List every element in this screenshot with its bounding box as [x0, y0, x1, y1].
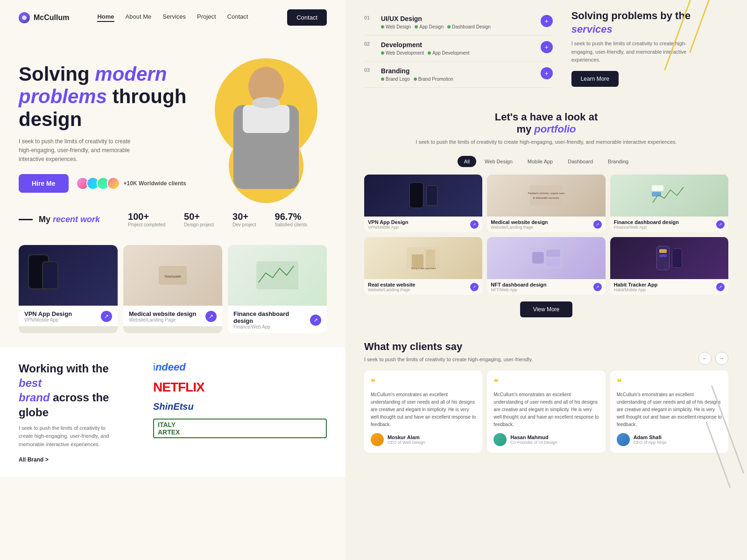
- test-author-name-3: Adam Shafi: [634, 434, 667, 440]
- port-card-arrow-finance[interactable]: ↗: [310, 315, 321, 326]
- grid-card-text-nft: NFT dashboard design NFT/Web App: [491, 282, 546, 292]
- nav-contact[interactable]: Contact: [227, 13, 248, 22]
- service-name-branding: Branding: [381, 67, 533, 75]
- portfolio-grid: VPN App Design VPN/Mobile App ↗ Pediatri…: [364, 175, 728, 295]
- stat-design-num: 50+: [184, 211, 214, 222]
- grid-card-text-medical: Medical website design Website/Landing P…: [491, 219, 548, 230]
- tab-dashboard[interactable]: Dashboard: [561, 156, 599, 167]
- service-num-2: 02: [364, 41, 374, 47]
- port-card-sub-vpn: VPN/Mobile App: [24, 317, 72, 322]
- test-avatar-1: [371, 433, 384, 446]
- brands-logos: indeed NETFLIX ShinEtsu ITALYARTEX: [153, 361, 327, 438]
- testimonial-card-2: ❝ McCullum's emonstrates an excellent un…: [487, 371, 605, 453]
- stat-design-label: Design project: [184, 222, 214, 227]
- grid-card-title-medical: Medical website design: [491, 219, 548, 225]
- nav-project[interactable]: Project: [197, 13, 216, 22]
- grid-card-arrow-nft[interactable]: ↗: [593, 283, 602, 291]
- test-author-name-1: Moskur Alam: [388, 434, 425, 440]
- service-content-branding: Branding Brand Logo Brand Promotion: [381, 67, 533, 82]
- port-card-arrow-medical[interactable]: ↗: [205, 311, 217, 322]
- grid-card-img-medical: Pediatric primary, urgent care & telehea…: [487, 175, 605, 217]
- solving-title: Solving problems by the services: [571, 9, 728, 36]
- test-author-1: Moskur Alam CEO of Web Design: [371, 433, 476, 446]
- grid-card-title-realestate: Real estate website: [368, 282, 416, 287]
- hero-title-prefix: Solving: [19, 63, 95, 85]
- svg-text:Pediatric primary, urgent care: Pediatric primary, urgent care: [528, 192, 565, 195]
- test-author-name-2: Hasan Mahmud: [510, 434, 557, 440]
- logo-icon: [19, 12, 30, 23]
- grid-card-arrow-realestate[interactable]: ↗: [470, 283, 479, 291]
- portfolio-card-vpn: VPN App Design VPN/Mobile App ↗: [19, 245, 118, 333]
- grid-card-text-vpn: VPN App Design VPN/Mobile App: [368, 219, 408, 230]
- tag-dot-3: [447, 25, 451, 28]
- service-tag-appdesign: App Design: [415, 24, 444, 29]
- tab-all[interactable]: All: [458, 156, 476, 167]
- navbar: McCullum Home About Me Services Project …: [0, 0, 345, 35]
- service-expand-branding[interactable]: +: [541, 67, 553, 79]
- nav-home[interactable]: Home: [97, 13, 114, 22]
- svg-rect-12: [652, 185, 663, 191]
- grid-card-row-finance: Finance dashboard design Finance/Web App…: [614, 219, 725, 230]
- grid-card-finance: Finance dashboard design Finance/Web App…: [610, 175, 728, 232]
- hero-description: I seek to push the limits of creativity …: [19, 137, 131, 164]
- portfolio-grid-section: Let's a have a look atmy portfolio I see…: [345, 97, 747, 327]
- test-text-2: McCullum's emonstrates an excellent unde…: [493, 391, 599, 428]
- tag-dot-4: [381, 51, 384, 55]
- port-card-row-vpn: VPN App Design VPN/Mobile App ↗: [24, 310, 112, 322]
- grid-card-medical: Pediatric primary, urgent care & telehea…: [487, 175, 605, 232]
- port-card-row-medical: Medical website design Website/Landing P…: [129, 310, 217, 322]
- grid-card-arrow-habit[interactable]: ↗: [716, 283, 725, 291]
- nav-services[interactable]: Services: [162, 13, 186, 22]
- solving-accent: services: [571, 23, 613, 35]
- test-author-role-2: Co-Founder of UI Design: [510, 440, 557, 445]
- testimonials-prev-button[interactable]: ←: [698, 352, 712, 365]
- habit-screen-2: [659, 254, 667, 257]
- grid-card-sub-vpn: VPN/Mobile App: [368, 225, 408, 230]
- logo-text: McCullum: [34, 14, 69, 22]
- hero-person-illustration: [210, 49, 322, 189]
- shinetsu-logo: ShinEtsu: [153, 401, 327, 412]
- grid-card-arrow-finance[interactable]: ↗: [716, 220, 725, 229]
- tab-mobileapp[interactable]: Mobile App: [521, 156, 559, 167]
- service-tags-dev: Web Development App Development: [381, 50, 533, 56]
- tag-label-dashboard: Dashboard Design: [452, 24, 491, 29]
- testimonials-cards: ❝ McCullum's emonstrates an excellent un…: [364, 371, 728, 453]
- logo: McCullum: [19, 12, 69, 23]
- hero-image: [205, 54, 327, 194]
- port-card-arrow-vpn[interactable]: ↗: [101, 311, 112, 322]
- left-panel: McCullum Home About Me Services Project …: [0, 0, 345, 560]
- test-quote-1: ❝: [371, 377, 476, 387]
- brands-all-link[interactable]: All Brand >: [19, 456, 134, 463]
- svg-rect-15: [412, 254, 423, 268]
- testimonials-next-button[interactable]: →: [715, 352, 728, 365]
- stat-satisfied: 96.7% Satisfied clients: [275, 211, 307, 227]
- service-expand-dev[interactable]: +: [541, 41, 553, 53]
- view-more-button[interactable]: View More: [520, 301, 572, 317]
- tab-webdesign[interactable]: Web Design: [478, 156, 519, 167]
- nav-cta-button[interactable]: Contact: [287, 9, 327, 26]
- tag-dot-2: [415, 25, 418, 28]
- grid-card-text-finance: Finance dashboard design Finance/Web App: [614, 219, 679, 230]
- nav-about[interactable]: About Me: [126, 13, 152, 22]
- port-card-img-vpn: [19, 245, 118, 306]
- port-card-text-finance: Finance dashboard design Finance/Web App: [233, 310, 310, 329]
- tag-dot-5: [428, 51, 431, 55]
- tag-label-appdev: App Development: [432, 50, 470, 56]
- grid-card-arrow-medical[interactable]: ↗: [593, 220, 602, 229]
- portfolio-cards-row: VPN App Design VPN/Mobile App ↗ Teleheal…: [0, 240, 345, 347]
- hire-me-button[interactable]: Hire Me: [19, 174, 69, 193]
- tag-dot-6: [381, 77, 384, 81]
- hero-title: Solving modern problems through design: [19, 63, 205, 131]
- learn-more-button[interactable]: Learn More: [571, 71, 619, 87]
- client-avatars: [76, 177, 120, 190]
- solving-content: Solving problems by the services I seek …: [571, 9, 728, 87]
- port-card-title-finance: Finance dashboard design: [233, 310, 310, 324]
- service-expand-uiux[interactable]: +: [541, 15, 553, 27]
- service-item-dev: 02 Development Web Development App Devel…: [364, 35, 553, 62]
- brands-description: I seek to push the limits of creativity …: [19, 424, 112, 449]
- tab-branding[interactable]: Branding: [601, 156, 635, 167]
- grid-card-vpn: VPN App Design VPN/Mobile App ↗: [364, 175, 482, 232]
- service-tags-uiux: Web Design App Design Dashboard Design: [381, 24, 533, 29]
- port-card-info-vpn: VPN App Design VPN/Mobile App ↗: [19, 306, 118, 326]
- grid-card-arrow-vpn[interactable]: ↗: [470, 220, 479, 229]
